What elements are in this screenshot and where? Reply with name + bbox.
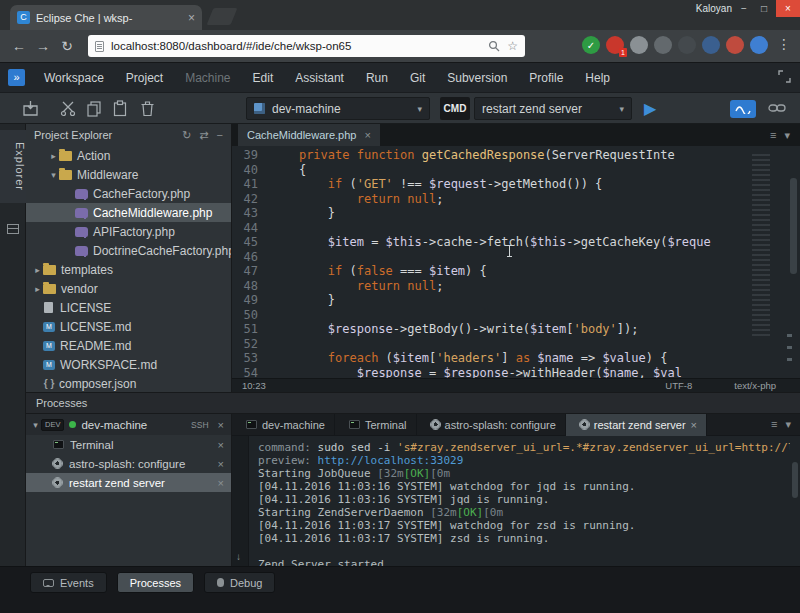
close-process-icon[interactable] xyxy=(218,439,224,451)
menu-item[interactable]: Assistant xyxy=(284,63,355,93)
extension-icon[interactable]: ✓ xyxy=(582,36,600,54)
import-project-icon[interactable] xyxy=(22,100,39,117)
extension-icon[interactable]: 1 xyxy=(606,36,624,54)
tree-arrow-icon[interactable]: ▸ xyxy=(32,284,43,294)
process-row[interactable]: astro-splash: configure xyxy=(26,454,231,473)
che-logo-icon[interactable]: » xyxy=(8,69,25,86)
console-tab[interactable]: astro-splash: configure xyxy=(417,414,566,436)
console-tab[interactable]: Terminal xyxy=(335,414,417,436)
panes-icon[interactable] xyxy=(7,224,19,234)
tree-item[interactable]: ▸ Action xyxy=(26,146,231,165)
tree-item[interactable]: APIFactory.php xyxy=(26,222,231,241)
link-icon[interactable] xyxy=(768,101,786,115)
address-bar[interactable]: localhost:8080/dashboard/#/ide/che/wksp-… xyxy=(88,35,525,57)
maximize-button[interactable]: □ xyxy=(754,0,774,17)
tree-arrow-icon[interactable]: ▸ xyxy=(48,151,59,161)
extension-icon[interactable] xyxy=(678,36,696,54)
tree-item[interactable]: README.md xyxy=(26,336,231,355)
code-area[interactable]: 39 private function getCachedResponse(Se… xyxy=(232,148,800,380)
menu-item[interactable]: Help xyxy=(574,63,621,93)
tree-item[interactable]: CacheMiddleware.php xyxy=(26,203,231,222)
zoom-icon[interactable] xyxy=(488,40,500,52)
new-tab-button[interactable] xyxy=(207,8,238,25)
menu-item[interactable]: Subversion xyxy=(436,63,518,93)
menu-item[interactable]: Git xyxy=(399,63,436,93)
close-process-icon[interactable] xyxy=(218,458,224,470)
console-scrollbar[interactable] xyxy=(792,462,798,498)
machine-selector[interactable]: dev-machine ▾ xyxy=(246,97,430,120)
scrollbar-thumb[interactable] xyxy=(790,178,797,274)
tree-item[interactable]: CacheFactory.php xyxy=(26,184,231,203)
editor-tab[interactable]: CacheMiddleware.php xyxy=(238,124,380,146)
fullscreen-icon[interactable] xyxy=(777,69,792,84)
tree-item[interactable]: ▾ Middleware xyxy=(26,165,231,184)
menu-item[interactable]: Run xyxy=(355,63,399,93)
collapse-all-icon[interactable]: − xyxy=(217,129,223,141)
forward-button[interactable]: → xyxy=(32,35,54,57)
bottom-tab[interactable]: Events xyxy=(30,572,107,593)
bottom-tab[interactable]: Processes xyxy=(117,572,194,593)
tree-arrow-icon[interactable]: ▾ xyxy=(48,170,59,180)
tree-item-label: LICENSE xyxy=(60,301,111,315)
back-button[interactable]: ← xyxy=(8,35,30,57)
close-process-icon[interactable] xyxy=(218,477,224,489)
menu-item[interactable]: Machine xyxy=(174,63,241,93)
editor-tabs-list-icon[interactable]: ≡ xyxy=(770,129,776,142)
bookmark-star-icon[interactable]: ☆ xyxy=(507,39,518,53)
browser-menu-icon[interactable]: ⋮ xyxy=(776,36,792,52)
console-tab[interactable]: restart zend server xyxy=(566,414,707,436)
tree-item[interactable]: ▸ vendor xyxy=(26,279,231,298)
extension-icon[interactable] xyxy=(630,36,648,54)
code-text: foreach ($item['headers'] as $name => $v… xyxy=(270,351,667,366)
process-row[interactable]: restart zend server xyxy=(26,473,231,492)
extension-icon[interactable] xyxy=(726,36,744,54)
console-output[interactable]: ↓ command: sudo sed -i 's#zray.zendserve… xyxy=(232,436,800,566)
close-tab-icon[interactable] xyxy=(364,129,370,141)
console-list-icon[interactable]: ≡ xyxy=(771,418,777,431)
process-row[interactable]: Terminal xyxy=(26,435,231,454)
machine-row[interactable]: ▾ DEV dev-machine SSH xyxy=(26,414,231,435)
editor-scrollbar[interactable] xyxy=(790,150,797,378)
tree-item[interactable]: LICENSE xyxy=(26,298,231,317)
extension-icon[interactable] xyxy=(750,36,768,54)
tree-arrow-icon[interactable]: ▸ xyxy=(32,265,43,275)
close-machine-icon[interactable] xyxy=(218,419,224,431)
extension-icon[interactable] xyxy=(702,36,720,54)
extension-icon[interactable] xyxy=(654,36,672,54)
file-type-icon xyxy=(43,360,55,370)
close-tab-icon[interactable] xyxy=(691,419,697,431)
command-selector[interactable]: restart zend server ▾ xyxy=(474,97,632,120)
explorer-vertical-tab[interactable]: Explorer xyxy=(0,130,26,203)
tree-item[interactable]: LICENSE.md xyxy=(26,317,231,336)
url-text[interactable]: localhost:8080/dashboard/#/ide/che/wksp-… xyxy=(111,40,488,52)
reload-button[interactable]: ↻ xyxy=(56,35,78,57)
console-menu-icon[interactable]: ▾ xyxy=(785,418,791,431)
zend-debug-chip-icon[interactable] xyxy=(730,100,756,118)
editor-tabs-menu-icon[interactable]: ▾ xyxy=(784,129,790,142)
menu-item[interactable]: Project xyxy=(115,63,174,93)
paste-icon[interactable] xyxy=(112,100,128,117)
copy-icon[interactable] xyxy=(86,100,102,117)
tree-arrow-icon[interactable]: ▾ xyxy=(30,420,41,430)
run-command-button[interactable]: ▶ xyxy=(644,97,656,120)
ssh-label[interactable]: SSH xyxy=(191,420,208,430)
minimize-button[interactable]: − xyxy=(734,0,754,17)
minimap[interactable] xyxy=(752,154,770,339)
tree-item[interactable]: WORKSPACE.md xyxy=(26,355,231,374)
tree-item[interactable]: ▸ templates xyxy=(26,260,231,279)
refresh-icon[interactable]: ↻ xyxy=(182,129,191,142)
console-tab[interactable]: dev-machine xyxy=(232,414,335,436)
link-with-editor-icon[interactable]: ⇄ xyxy=(199,129,208,142)
tab-close-icon[interactable]: × xyxy=(188,11,195,25)
bottom-tab[interactable]: Debug xyxy=(204,572,275,593)
menu-item[interactable]: Workspace xyxy=(33,63,115,93)
delete-icon[interactable] xyxy=(140,100,155,117)
tree-item[interactable]: DoctrineCacheFactory.php xyxy=(26,241,231,260)
browser-tab[interactable]: C Eclipse Che | wksp- × xyxy=(10,5,202,30)
tree-item[interactable]: composer.json xyxy=(26,374,231,392)
menu-item[interactable]: Edit xyxy=(242,63,285,93)
scroll-to-bottom-icon[interactable]: ↓ xyxy=(236,551,241,562)
cut-icon[interactable] xyxy=(60,100,76,117)
menu-item[interactable]: Profile xyxy=(518,63,574,93)
close-button[interactable]: × xyxy=(776,0,800,17)
